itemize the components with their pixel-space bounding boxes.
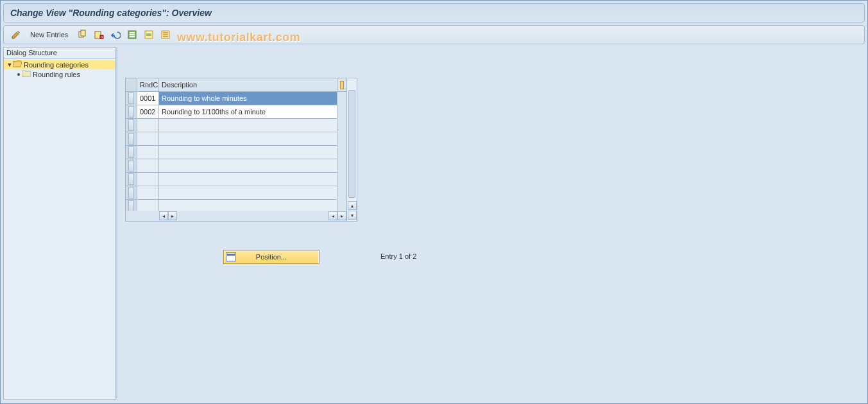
- delete-icon[interactable]: [92, 28, 106, 42]
- svg-rect-7: [130, 36, 135, 37]
- row-select-button[interactable]: [126, 105, 137, 119]
- row-select-button[interactable]: [126, 173, 137, 186]
- folder-icon: [22, 70, 31, 78]
- tree-node-rounding-rules[interactable]: • Rounding rules: [4, 69, 115, 79]
- deselect-all-icon[interactable]: [158, 28, 173, 42]
- svg-rect-5: [130, 32, 135, 33]
- vertical-scrollbar[interactable]: ▴ ▾: [346, 78, 357, 221]
- table-row: [126, 132, 346, 146]
- select-all-icon[interactable]: [125, 28, 139, 42]
- svg-rect-9: [146, 33, 151, 36]
- folder-open-icon: [13, 60, 22, 69]
- row-select-button[interactable]: [126, 132, 137, 146]
- row-select-button[interactable]: [126, 159, 137, 173]
- cell-rndc[interactable]: [137, 119, 159, 132]
- cell-description[interactable]: [159, 159, 337, 173]
- cell-description[interactable]: [159, 132, 337, 146]
- pencil-icon[interactable]: [9, 28, 23, 42]
- tree-node-rounding-categories[interactable]: ▼ Rounding categories: [4, 60, 115, 69]
- select-block-icon[interactable]: [142, 28, 156, 42]
- svg-rect-6: [130, 34, 135, 35]
- col-header-description[interactable]: Description: [159, 78, 337, 92]
- cell-description[interactable]: [159, 186, 337, 200]
- table-row: [126, 173, 346, 186]
- cell-rndc[interactable]: [137, 173, 159, 186]
- position-icon: [226, 252, 236, 261]
- new-entries-label: New Entries: [30, 31, 68, 39]
- cell-description[interactable]: Rounding to 1/100ths of a minute: [159, 105, 337, 119]
- cell-rndc[interactable]: [137, 159, 159, 173]
- scroll-first-icon[interactable]: ◂: [159, 211, 168, 220]
- select-all-corner[interactable]: [126, 78, 137, 92]
- cell-description[interactable]: Rounding to whole minutes: [159, 92, 337, 105]
- undo-icon[interactable]: [108, 28, 123, 42]
- row-select-button[interactable]: [126, 186, 137, 200]
- tree-node-label: Rounding categories: [24, 61, 89, 69]
- svg-rect-12: [163, 34, 168, 35]
- svg-rect-13: [163, 36, 168, 37]
- page-title-panel: Change View "Rounding categories": Overv…: [3, 3, 865, 22]
- cell-rndc[interactable]: [137, 186, 159, 200]
- new-entries-button[interactable]: New Entries: [26, 28, 72, 42]
- horizontal-scrollbar: ◂ ▸ ◂ ▸: [126, 211, 346, 221]
- entry-counter: Entry 1 of 2: [380, 252, 416, 260]
- content-area: RndC Description 0001Rounding to whole m…: [116, 47, 865, 400]
- table-body: 0001Rounding to whole minutes0002Roundin…: [126, 92, 346, 211]
- table-row: [126, 119, 346, 132]
- scroll-last-icon[interactable]: ▸: [337, 211, 346, 220]
- app-root: Change View "Rounding categories": Overv…: [0, 0, 868, 404]
- cell-rndc[interactable]: 0002: [137, 105, 159, 119]
- svg-rect-11: [163, 32, 168, 33]
- row-select-button[interactable]: [126, 200, 137, 211]
- tree-body: ▼ Rounding categories • Rounding rules: [4, 58, 115, 399]
- cell-description[interactable]: [159, 146, 337, 159]
- table-config-button[interactable]: [337, 78, 346, 92]
- position-button[interactable]: Position...: [223, 250, 319, 264]
- scroll-right-icon[interactable]: ◂: [328, 211, 337, 220]
- table-row: [126, 200, 346, 211]
- row-select-button[interactable]: [126, 146, 137, 159]
- tree-node-label: Rounding rules: [33, 71, 80, 78]
- leaf-bullet-icon: •: [15, 72, 22, 77]
- table-row: [126, 186, 346, 200]
- svg-rect-1: [81, 30, 85, 36]
- page-title: Change View "Rounding categories": Overv…: [10, 8, 212, 18]
- scroll-up-icon[interactable]: ▴: [348, 201, 357, 210]
- table: RndC Description 0001Rounding to whole m…: [125, 78, 357, 222]
- cell-rndc[interactable]: [137, 200, 159, 211]
- scrollbar-thumb[interactable]: [348, 90, 355, 198]
- table-row: [126, 159, 346, 173]
- row-select-button[interactable]: [126, 92, 137, 105]
- cell-rndc[interactable]: [137, 132, 159, 146]
- row-select-button[interactable]: [126, 119, 137, 132]
- cell-description[interactable]: [159, 200, 337, 211]
- copy-icon[interactable]: [75, 28, 89, 42]
- main-area: Dialog Structure ▼ Rounding categories •…: [3, 47, 865, 400]
- dialog-structure-header: Dialog Structure: [4, 48, 115, 58]
- scroll-left-icon[interactable]: ▸: [168, 211, 177, 220]
- table-row: [126, 146, 346, 159]
- toolbar: New Entries: [3, 25, 865, 44]
- table-header-row: RndC Description: [126, 78, 357, 92]
- cell-description[interactable]: [159, 119, 337, 132]
- expand-toggle-icon[interactable]: ▼: [6, 62, 13, 68]
- cell-description[interactable]: [159, 173, 337, 186]
- cell-rndc[interactable]: [137, 146, 159, 159]
- position-button-label: Position...: [256, 253, 287, 261]
- dialog-structure-panel: Dialog Structure ▼ Rounding categories •…: [3, 47, 116, 400]
- table-settings-icon: [340, 81, 344, 89]
- table-row: 0001Rounding to whole minutes: [126, 92, 346, 105]
- scroll-down-icon[interactable]: ▾: [348, 211, 357, 220]
- table-row: 0002Rounding to 1/100ths of a minute: [126, 105, 346, 119]
- col-header-rndc[interactable]: RndC: [137, 78, 159, 92]
- cell-rndc[interactable]: 0001: [137, 92, 159, 105]
